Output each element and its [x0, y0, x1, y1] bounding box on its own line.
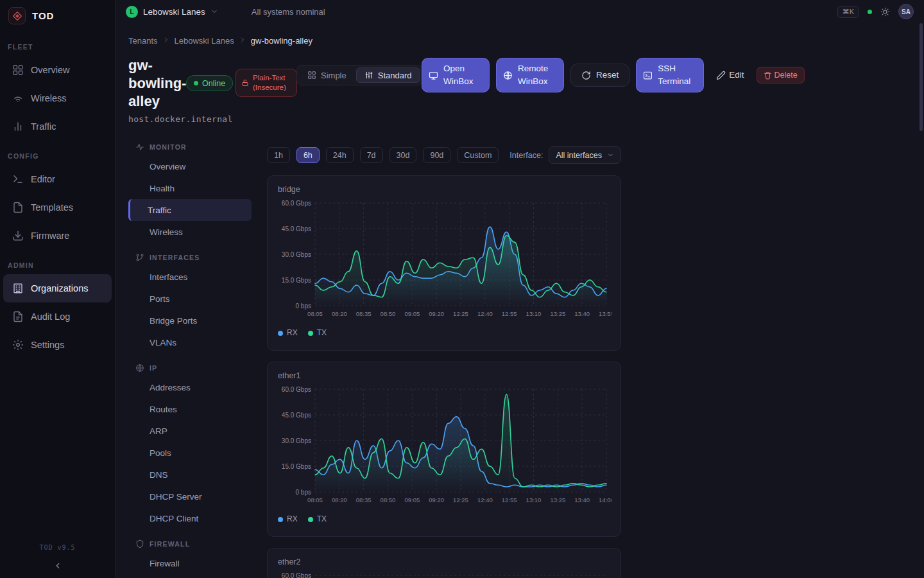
app-title: TOD [32, 10, 54, 21]
subnav-item-vlans[interactable]: VLANs [128, 331, 252, 353]
sidebar-item-organizations[interactable]: Organizations [3, 274, 112, 302]
sidebar-item-wireless[interactable]: Wireless [3, 84, 112, 112]
subnav-item-interfaces[interactable]: Interfaces [128, 266, 252, 288]
svg-text:13:10: 13:10 [526, 496, 542, 504]
subnav-section-label: FIREWALL [150, 540, 190, 548]
svg-text:12:40: 12:40 [477, 496, 493, 504]
subnav-item-traffic[interactable]: Traffic [128, 199, 252, 221]
subnav-item-routes[interactable]: Routes [128, 398, 252, 420]
svg-text:09:05: 09:05 [404, 496, 420, 504]
breadcrumb-item-tenants[interactable]: Tenants [128, 36, 158, 46]
time-range-group: 1h6h24h7d30d90dCustom [267, 147, 499, 163]
svg-text:13:55: 13:55 [599, 310, 612, 317]
subnav-section-label: INTERFACES [150, 254, 200, 261]
breadcrumb-item-lebowski-lanes[interactable]: Lebowski Lanes [175, 36, 234, 46]
chevron-down-icon [607, 152, 614, 159]
refresh-icon [581, 71, 591, 80]
time-range-1h[interactable]: 1h [267, 147, 290, 163]
globe-icon [503, 71, 513, 80]
sidebar-item-audit-log[interactable]: Audit Log [3, 302, 112, 331]
svg-text:45.0 Gbps: 45.0 Gbps [282, 412, 311, 419]
svg-text:13:10: 13:10 [526, 310, 542, 317]
sidebar-item-label: Overview [31, 65, 69, 75]
online-dot-icon [194, 81, 198, 85]
view-mode-simple[interactable]: Simple [299, 67, 355, 83]
view-mode-standard[interactable]: Standard [356, 67, 420, 83]
delete-button[interactable]: Delete [757, 67, 805, 83]
security-warning-label: Plain-Text (Insecure) [253, 73, 291, 92]
subnav-item-dns[interactable]: DNS [128, 464, 252, 486]
svg-text:08:35: 08:35 [356, 496, 372, 504]
tenant-switcher[interactable]: L Lebowski Lanes [126, 6, 218, 18]
main: L Lebowski Lanes All systems nominal ⌘K … [116, 0, 924, 578]
unlock-icon [241, 79, 249, 87]
app-logo: TOD [0, 0, 115, 31]
command-palette-shortcut[interactable]: ⌘K [837, 6, 859, 18]
device-subnav: MONITOROverviewHealthTrafficWirelessINTE… [128, 132, 252, 578]
svg-text:45.0 Gbps: 45.0 Gbps [282, 225, 311, 232]
subnav-item-dhcp-client[interactable]: DHCP Client [128, 507, 252, 529]
sidebar-item-editor[interactable]: Editor [3, 165, 112, 193]
subnav-item-pools[interactable]: Pools [128, 442, 252, 464]
time-range-90d[interactable]: 90d [423, 147, 450, 163]
chart-title: ether2 [278, 557, 610, 566]
subnav-section-label: IP [150, 364, 157, 372]
subnav-item-mangle[interactable]: Mangle [128, 574, 252, 578]
sidebar-nav: FLEETOverviewWirelessTrafficCONFIGEditor… [0, 43, 115, 359]
doc-icon [12, 311, 24, 322]
chart-plot: 60.0 Gbps45.0 Gbps30.0 Gbps15.0 Gbps0 bp… [278, 383, 612, 511]
subnav-item-bridge-ports[interactable]: Bridge Ports [128, 310, 252, 331]
interface-select[interactable]: All interfaces [549, 146, 621, 164]
sidebar-section-label-admin: ADMIN [8, 261, 107, 269]
legend-tx: TX [308, 328, 327, 337]
sidebar-item-label: Traffic [31, 121, 56, 132]
sidebar-item-label: Audit Log [31, 311, 70, 322]
time-range-6h[interactable]: 6h [296, 147, 320, 163]
time-range-7d[interactable]: 7d [360, 147, 383, 163]
legend-rx: RX [278, 328, 298, 337]
time-range-30d[interactable]: 30d [389, 147, 417, 163]
svg-text:60.0 Gbps: 60.0 Gbps [282, 386, 311, 393]
remote-winbox-button[interactable]: Remote WinBox [496, 58, 564, 92]
sidebar-item-traffic[interactable]: Traffic [3, 112, 112, 141]
subnav-item-health[interactable]: Health [128, 177, 252, 199]
subnav-item-wireless[interactable]: Wireless [128, 221, 252, 243]
sidebar-item-label: Settings [31, 340, 64, 350]
user-avatar[interactable]: SA [898, 4, 914, 19]
svg-text:14:00: 14:00 [599, 496, 612, 504]
edit-button[interactable]: Edit [710, 65, 749, 85]
svg-text:12:25: 12:25 [453, 310, 468, 317]
tenant-avatar: L [126, 6, 138, 18]
sidebar-item-overview[interactable]: Overview [3, 56, 112, 84]
svg-text:09:20: 09:20 [429, 496, 444, 504]
subnav-section-monitor: MONITOR [128, 143, 252, 152]
subnav-item-addresses[interactable]: Addresses [128, 376, 252, 398]
content: 1h6h24h7d30d90dCustom Interface: All int… [267, 146, 924, 578]
time-range-24h[interactable]: 24h [326, 147, 354, 163]
status-badge-label: Online [202, 79, 225, 88]
scrollbar-thumb[interactable] [920, 23, 923, 131]
wifi-icon [12, 92, 24, 104]
reset-button[interactable]: Reset [570, 64, 629, 87]
sidebar-item-templates[interactable]: Templates [3, 193, 112, 222]
interface-filter: Interface: All interfaces [509, 146, 621, 164]
ssh-terminal-button[interactable]: SSH Terminal [636, 58, 704, 92]
subnav-item-dhcp-server[interactable]: DHCP Server [128, 486, 252, 507]
device-actions: Open WinBoxRemote WinBoxResetSSH Termina… [422, 57, 805, 93]
subnav-item-firewall[interactable]: Firewall [128, 552, 252, 574]
svg-text:12:55: 12:55 [502, 496, 517, 504]
sidebar-item-firmware[interactable]: Firmware [3, 222, 112, 250]
open-winbox-button[interactable]: Open WinBox [422, 58, 490, 92]
branch-icon [135, 253, 144, 262]
scrollbar[interactable] [920, 23, 923, 577]
theme-toggle-button[interactable] [880, 7, 890, 17]
time-range-custom[interactable]: Custom [457, 147, 499, 163]
sidebar-collapse-button[interactable] [0, 557, 115, 574]
subnav-item-arp[interactable]: ARP [128, 420, 252, 442]
subnav-item-ports[interactable]: Ports [128, 288, 252, 310]
subnav-section-firewall: FIREWALL [128, 539, 252, 548]
sidebar-item-settings[interactable]: Settings [3, 331, 112, 359]
svg-text:60.0 Gbps: 60.0 Gbps [282, 200, 311, 207]
svg-text:15.0 Gbps: 15.0 Gbps [282, 463, 311, 470]
subnav-item-overview[interactable]: Overview [128, 155, 252, 177]
